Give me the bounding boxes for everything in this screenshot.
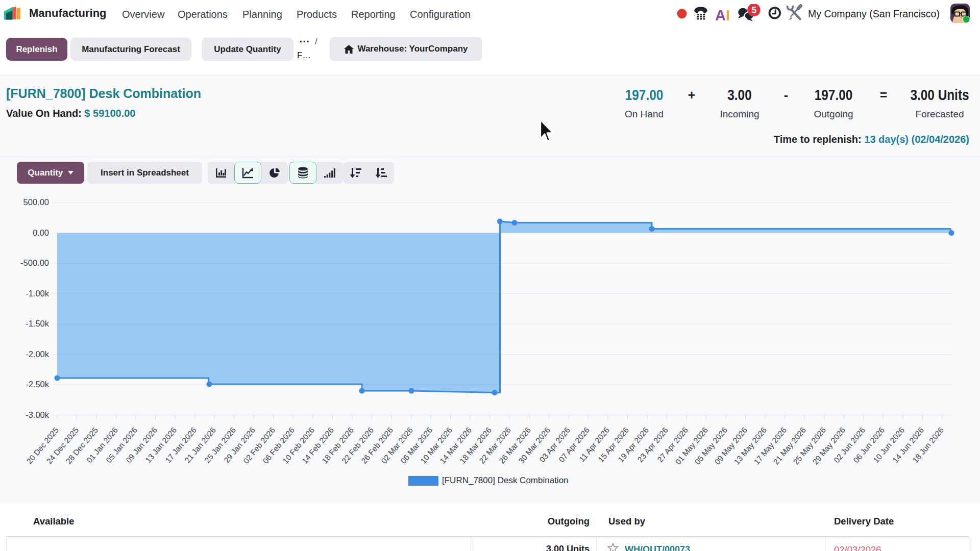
svg-text:I: I [726, 7, 730, 23]
svg-text:-3.00k: -3.00k [26, 410, 50, 419]
svg-text:0.00: 0.00 [33, 228, 49, 237]
svg-text:-1.50k: -1.50k [26, 319, 50, 328]
svg-text:500.00: 500.00 [23, 197, 49, 207]
svg-text:A: A [715, 7, 726, 23]
svg-text:5: 5 [751, 5, 756, 15]
svg-text:-1.00k: -1.00k [26, 289, 50, 298]
svg-text:-500.00: -500.00 [20, 258, 49, 267]
svg-text:-2.00k: -2.00k [26, 349, 50, 359]
svg-text:-2.50k: -2.50k [26, 380, 50, 389]
